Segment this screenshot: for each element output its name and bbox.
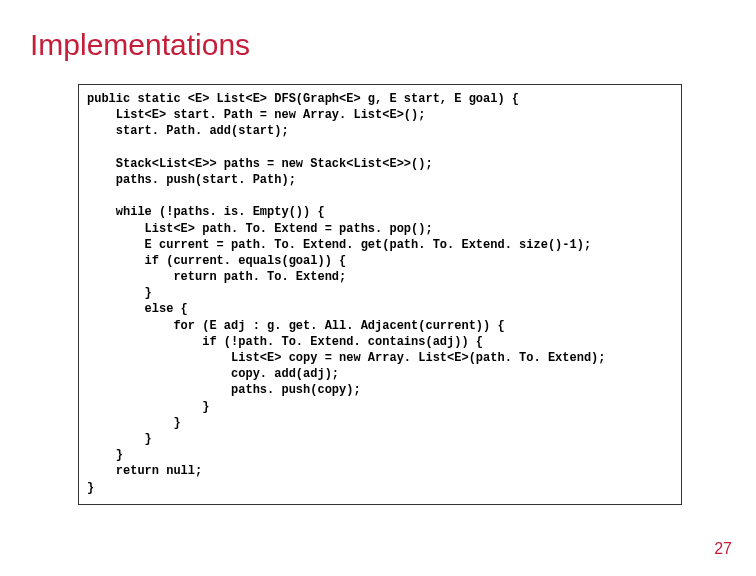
slide: Implementations public static <E> List<E… bbox=[0, 0, 756, 576]
code-line: } bbox=[87, 448, 123, 462]
code-line: } bbox=[87, 416, 181, 430]
code-box: public static <E> List<E> DFS(Graph<E> g… bbox=[78, 84, 682, 505]
code-line: copy. add(adj); bbox=[87, 367, 339, 381]
code-line: else { bbox=[87, 302, 188, 316]
code-line: paths. push(copy); bbox=[87, 383, 361, 397]
code-line: start. Path. add(start); bbox=[87, 124, 289, 138]
slide-title: Implementations bbox=[30, 28, 250, 62]
code-block: public static <E> List<E> DFS(Graph<E> g… bbox=[87, 91, 673, 496]
code-line: } bbox=[87, 286, 152, 300]
code-line: } bbox=[87, 432, 152, 446]
code-line: List<E> copy = new Array. List<E>(path. … bbox=[87, 351, 605, 365]
code-line: List<E> path. To. Extend = paths. pop(); bbox=[87, 222, 433, 236]
code-line: } bbox=[87, 400, 209, 414]
code-line: if (!path. To. Extend. contains(adj)) { bbox=[87, 335, 483, 349]
code-line: paths. push(start. Path); bbox=[87, 173, 296, 187]
code-line: return path. To. Extend; bbox=[87, 270, 346, 284]
code-line: if (current. equals(goal)) { bbox=[87, 254, 346, 268]
code-line: public static <E> List<E> DFS(Graph<E> g… bbox=[87, 92, 519, 106]
code-line: while (!paths. is. Empty()) { bbox=[87, 205, 325, 219]
code-line: } bbox=[87, 481, 94, 495]
code-line: E current = path. To. Extend. get(path. … bbox=[87, 238, 591, 252]
code-line: for (E adj : g. get. All. Adjacent(curre… bbox=[87, 319, 505, 333]
code-line: return null; bbox=[87, 464, 202, 478]
code-line: List<E> start. Path = new Array. List<E>… bbox=[87, 108, 425, 122]
code-line: Stack<List<E>> paths = new Stack<List<E>… bbox=[87, 157, 433, 171]
page-number: 27 bbox=[714, 540, 732, 558]
